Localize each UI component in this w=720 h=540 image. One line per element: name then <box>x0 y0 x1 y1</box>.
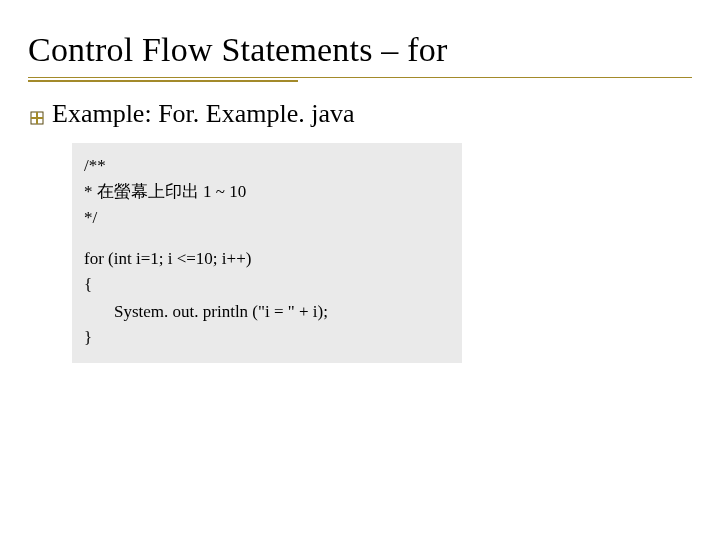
bullet-item: Example: For. Example. java <box>30 99 692 129</box>
title-underline <box>28 77 692 83</box>
code-line: { <box>84 272 450 298</box>
bullet-label: Example: For. Example. java <box>52 99 355 129</box>
code-line: * 在螢幕上印出 1 ~ 10 <box>84 179 450 205</box>
slide: Control Flow Statements – for Example: F… <box>0 0 720 540</box>
plus-bullet-icon <box>30 111 44 125</box>
code-line: } <box>84 325 450 351</box>
code-line: */ <box>84 205 450 231</box>
code-line: for (int i=1; i <=10; i++) <box>84 246 450 272</box>
page-title: Control Flow Statements – for <box>28 30 692 71</box>
code-block: /** * 在螢幕上印出 1 ~ 10 */ for (int i=1; i <… <box>72 143 462 363</box>
code-line: /** <box>84 153 450 179</box>
code-line: System. out. println ("i = " + i); <box>84 299 450 325</box>
